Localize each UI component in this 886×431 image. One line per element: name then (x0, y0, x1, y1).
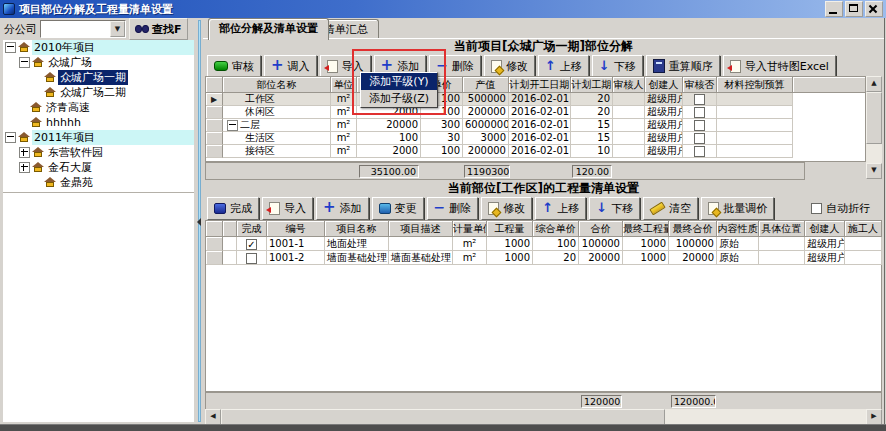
header-cell[interactable]: 工程量 (487, 221, 533, 237)
tab-part-breakdown[interactable]: 部位分解及清单设置 (208, 18, 329, 40)
recalc-order-button[interactable]: 重算顺序 (646, 55, 720, 78)
audit-checkbox[interactable] (694, 107, 705, 118)
header-cell[interactable]: 编号 (267, 221, 325, 237)
header-cell[interactable]: 项目名称 (325, 221, 389, 237)
tree-collapse-icon[interactable] (227, 120, 238, 131)
header-cell[interactable]: 施工人 (845, 221, 882, 237)
scroll-left-icon[interactable]: ◀ (205, 409, 221, 425)
tree-item-zhongcheng-plaza[interactable]: 众城广场 (3, 55, 194, 70)
cell (683, 119, 717, 132)
modify-button[interactable]: 修改 (484, 55, 535, 78)
tree-item-jiqing-highway[interactable]: 济青高速 (3, 100, 194, 115)
header-cell[interactable]: 合价 (579, 221, 623, 237)
audit-checkbox[interactable] (694, 146, 705, 157)
tree-item-hhhhh[interactable]: hhhhh (3, 115, 194, 130)
tree-item-2011-projects[interactable]: 2011年项目 (3, 130, 194, 145)
header-cell[interactable]: 内容性质 (717, 221, 759, 237)
grid-header-row: 完成 编号 项目名称 项目描述 计量单位 工程量 综合单价 合价 最终工程量 最… (206, 221, 881, 237)
modify-button[interactable]: 修改 (481, 197, 532, 220)
import-gantt-excel-button[interactable]: 导入甘特图Excel (723, 55, 836, 78)
move-up-button[interactable]: 上移 (535, 197, 586, 220)
header-cell[interactable]: 最终工程量 (623, 221, 669, 237)
search-button[interactable]: 查找F (129, 18, 188, 40)
scroll-up-icon[interactable]: ▲ (866, 76, 882, 92)
clear-button[interactable]: 清空 (643, 197, 698, 220)
scroll-right-icon[interactable]: ▶ (866, 409, 882, 425)
tree-expand-icon[interactable] (19, 147, 30, 158)
tree-item-zhongcheng-phase1[interactable]: 众城广场一期 (3, 70, 194, 85)
done-checkbox[interactable]: ✓ (246, 239, 257, 250)
vertical-scrollbar[interactable]: ▲ ▼ (866, 76, 882, 179)
table-row[interactable]: 接待区 m² 2000 100 200000 2016-02-01 10 超级用… (206, 145, 865, 158)
header-cell[interactable]: 创建人 (645, 77, 683, 93)
panel-splitter[interactable] (196, 18, 203, 424)
table-row[interactable]: 1001-2 墙面基础处理 墙面基础处理 m² 1000 20 20000 10… (206, 251, 881, 265)
cell (683, 145, 717, 158)
header-cell[interactable]: 具体位置 (759, 221, 805, 237)
import-button[interactable]: 导入 (262, 197, 313, 220)
audit-checkbox[interactable] (694, 94, 705, 105)
table-row[interactable]: ▶ 工作区 m² 100 500000 2016-02-01 20 超级用户 (206, 93, 865, 106)
chevron-down-icon[interactable]: ▼ (110, 21, 125, 37)
batch-price-button[interactable]: 批量调价 (701, 197, 774, 220)
add-button[interactable]: 添加 (316, 197, 369, 220)
header-cell[interactable]: 部位名称 (223, 77, 331, 93)
header-cell[interactable]: 创建人 (805, 221, 845, 237)
header-cell[interactable]: 综合单价 (533, 221, 579, 237)
maximize-button[interactable] (845, 1, 863, 17)
import-doc-icon (730, 60, 741, 73)
tree-collapse-icon[interactable] (19, 57, 30, 68)
header-cell[interactable]: 最终合价 (669, 221, 717, 237)
header-cell[interactable]: 项目描述 (389, 221, 453, 237)
header-cell[interactable]: 计划工期 (571, 77, 613, 93)
done-checkbox[interactable] (246, 253, 257, 264)
cell (223, 251, 237, 265)
tree-expand-icon[interactable] (19, 162, 30, 173)
upper-summary-band: 35100.00 11903000. 120.00 (205, 162, 805, 180)
minimize-button[interactable] (825, 1, 843, 17)
collapse-left-icon[interactable] (197, 218, 201, 226)
tree-item-zhongcheng-phase2[interactable]: 众城广场二期 (3, 85, 194, 100)
header-cell[interactable]: 计量单位 (453, 221, 487, 237)
move-down-button[interactable]: 下移 (589, 197, 640, 220)
company-input[interactable] (41, 21, 110, 37)
company-combobox[interactable]: ▼ (40, 20, 126, 38)
horizontal-scrollbar[interactable]: ◀ ▶ (205, 409, 882, 425)
blue-square-icon (214, 203, 226, 214)
autowrap-option[interactable]: 自动折行 (811, 201, 870, 216)
autowrap-checkbox[interactable] (811, 203, 822, 214)
header-cell[interactable]: 材料控制预算 (717, 77, 793, 93)
close-button[interactable] (865, 1, 883, 17)
scrollbar-thumb[interactable] (866, 92, 882, 144)
tree-item-jinshi-tower[interactable]: 金石大厦 (3, 160, 194, 175)
table-row[interactable]: 生活区 m² 100 30 3000 2016-02-01 15 超级用户 (206, 132, 865, 145)
audit-button[interactable]: 审核 (207, 55, 261, 78)
summary-total-quantity: 35100.00 (359, 165, 419, 178)
audit-checkbox[interactable] (694, 120, 705, 131)
tree-item-jinding-yuan[interactable]: 金鼎苑 (3, 175, 194, 190)
scrollbar-thumb[interactable] (221, 409, 665, 425)
move-up-button[interactable]: 上移 (538, 55, 589, 78)
scroll-down-icon[interactable]: ▼ (866, 163, 882, 179)
home-icon (18, 42, 30, 53)
tree-item-2010-projects[interactable]: 2010年项目 (3, 40, 194, 55)
tree-item-dongying-software-park[interactable]: 东营软件园 (3, 145, 194, 160)
header-cell[interactable]: 审核人 (613, 77, 645, 93)
delete-button[interactable]: 删除 (427, 197, 479, 220)
move-down-button[interactable]: 下移 (592, 55, 643, 78)
tree-collapse-icon[interactable] (5, 42, 16, 53)
tree-collapse-icon[interactable] (5, 132, 16, 143)
table-row[interactable]: 二层 m² 20000 300 6000000 2016-02-01 15 超级… (206, 119, 865, 132)
header-cell[interactable]: 完成 (237, 221, 267, 237)
header-cell[interactable]: 审核否 (683, 77, 717, 93)
table-row[interactable]: 休闲区 m² 2000 100 200000 2016-02-01 20 超级用… (206, 106, 865, 119)
change-button[interactable]: 变更 (372, 197, 424, 220)
home-icon (32, 57, 44, 68)
audit-checkbox[interactable] (694, 133, 705, 144)
header-cell[interactable]: 计划开工日期 (509, 77, 571, 93)
header-cell[interactable]: 产值 (463, 77, 509, 93)
finish-button[interactable]: 完成 (207, 197, 259, 220)
cell: 200000 (463, 106, 509, 119)
table-row[interactable]: ✓ 1001-1 地面处理 m² 1000 100 100000 1000 10… (206, 237, 881, 251)
load-in-button[interactable]: 调入 (264, 55, 317, 78)
